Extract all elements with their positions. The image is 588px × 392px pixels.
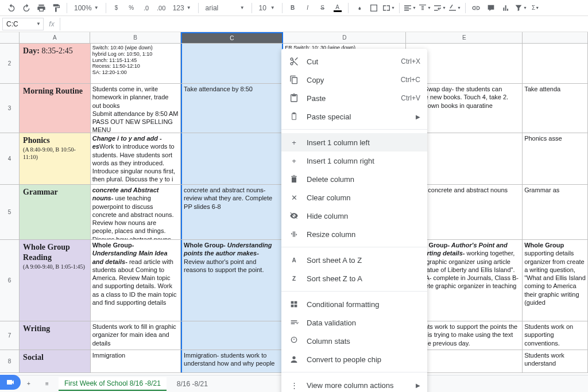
row-header[interactable]: 6 [0,240,20,321]
all-sheets-icon[interactable]: ≡ [40,377,54,391]
menu-sort-az[interactable]: ASort sheet A to Z [281,251,427,269]
cell[interactable]: Whole Group supporting details organizer… [523,240,588,321]
cell[interactable]: Grammar [20,185,91,239]
row-header[interactable]: 3 [0,84,20,133]
cell[interactable]: Take attendance by 8:50 [181,84,283,133]
cell[interactable]: Immigration [91,350,181,372]
rotate-icon[interactable]: ▼ [448,1,462,15]
font-dropdown[interactable]: arial▼ [202,4,248,12]
cell[interactable]: Change i to y and add -esWork to introdu… [91,133,181,184]
formula-row: C:C▼ fx [0,16,588,32]
redo-icon[interactable] [20,1,33,15]
menu-people-chip[interactable]: Convert to people chip [281,350,427,368]
cell[interactable] [523,44,588,83]
context-menu: CutCtrl+X CopyCtrl+C PasteCtrl+V Paste s… [281,49,427,392]
row-header[interactable]: 7 [0,321,20,350]
row-header[interactable]: 5 [0,185,20,239]
zoom-dropdown[interactable]: 100%▼ [71,4,102,12]
cell[interactable]: Students work on supporting conventions. [523,321,588,350]
menu-column-stats[interactable]: Column stats [281,332,427,350]
italic-icon[interactable]: I [301,1,315,15]
decrease-decimal-icon[interactable]: .0 [140,1,153,15]
menu-cut[interactable]: CutCtrl+X [281,52,427,71]
menu-conditional-format[interactable]: Conditional formatting [281,295,427,313]
functions-icon[interactable]: Σ▼ [529,1,543,15]
halign-icon[interactable]: ▼ [403,1,417,15]
add-sheet-icon[interactable]: + [22,377,36,391]
menu-paste[interactable]: PasteCtrl+V [281,89,427,107]
col-header-b[interactable]: B [90,32,180,43]
cell[interactable]: Whole Group- Understanding points the au… [181,240,283,321]
cell[interactable]: Grammar as [523,185,588,239]
chart-icon[interactable] [499,1,513,15]
menu-data-validation[interactable]: Data validation [281,313,427,332]
cell[interactable]: Morning Routine [20,84,91,133]
strikethrough-icon[interactable]: S [316,1,330,15]
wrap-icon[interactable]: ▼ [433,1,447,15]
menu-hide-col[interactable]: Hide column [281,207,427,225]
sheet-tab-other[interactable]: 8/16 -8/21 [171,378,214,390]
cell[interactable]: Phonics asse [523,133,588,184]
menu-insert-col-left[interactable]: +Insert 1 column left [281,133,427,152]
menu-clear-col[interactable]: ✕Clear column [281,188,427,207]
row-header[interactable]: 4 [0,133,20,184]
name-box[interactable]: C:C▼ [2,18,44,30]
column-headers: A B C D E [0,32,588,44]
menu-copy[interactable]: CopyCtrl+C [281,71,427,89]
cell[interactable]: Students come in, write homework in plan… [91,84,181,133]
cell[interactable] [181,321,283,350]
cell[interactable]: Whole Group- Understanding Main Idea and… [91,240,181,321]
row-header[interactable]: 2 [0,44,20,83]
cell[interactable]: concrete and Abstract nouns- use teachin… [91,185,181,239]
print-icon[interactable] [34,1,48,15]
bold-icon[interactable]: B [286,1,300,15]
formula-bar[interactable] [60,18,588,30]
fx-icon: fx [44,20,60,28]
col-header-d[interactable]: D [283,32,406,43]
cell[interactable] [181,133,283,184]
merge-icon[interactable]: ▼ [382,1,396,15]
more-formats-dropdown[interactable]: 123▼ [169,4,195,12]
cell[interactable]: Students work to fill in graphic organiz… [91,321,181,350]
meet-button[interactable] [0,375,21,390]
col-header-e[interactable]: E [406,32,523,43]
valign-icon[interactable]: ▼ [418,1,432,15]
filter-icon[interactable]: ▼ [514,1,528,15]
menu-resize-col[interactable]: Resize column [281,225,427,243]
cell[interactable]: Switch: 10:40 (wipe down)hybrid Log on: … [91,44,181,83]
cell[interactable] [181,44,283,83]
cell[interactable]: concrete and abstract nouns- review what… [181,185,283,239]
fill-color-icon[interactable] [352,1,366,15]
cell[interactable]: Students work understand [523,350,588,372]
col-header-f[interactable] [523,32,588,43]
percent-icon[interactable]: % [125,1,138,15]
paint-format-icon[interactable] [49,1,63,15]
cell[interactable]: Immigration- students work to understand… [181,350,283,372]
comment-icon[interactable] [484,1,498,15]
cell[interactable]: Writing [20,321,91,350]
toolbar: 100%▼ $ % .0 .00 123▼ arial▼ 10▼ B I S A… [0,0,588,16]
menu-paste-special[interactable]: Paste special▶ [281,107,427,126]
col-header-a[interactable]: A [20,32,90,43]
row-header[interactable]: 8 [0,350,20,372]
col-header-c[interactable]: C [181,32,283,43]
cell[interactable]: Social [20,350,91,372]
currency-icon[interactable]: $ [110,1,123,15]
menu-delete-col[interactable]: Delete column [281,170,427,188]
undo-icon[interactable] [5,1,18,15]
fontsize-dropdown[interactable]: 10▼ [256,4,278,12]
text-color-icon[interactable]: A [331,1,345,15]
borders-icon[interactable] [367,1,381,15]
link-icon[interactable] [469,1,483,15]
cell[interactable]: Take attenda [523,84,588,133]
increase-decimal-icon[interactable]: .00 [154,1,168,15]
cell[interactable]: Day: 8:35-2:45 [20,44,91,83]
cell[interactable]: Whole Group Reading(A 9:00-9:40, B 1:05-… [20,240,91,321]
cell[interactable]: Phonics(A 8:40-9:00, B 10:50-11:10) [20,133,91,184]
menu-insert-col-right[interactable]: +Insert 1 column right [281,152,427,170]
sheet-tab-active[interactable]: First Week of School 8/16 -8/21 [59,377,167,391]
select-all-corner[interactable] [0,32,20,43]
menu-more-actions[interactable]: ⋮View more column actions▶ [281,376,427,392]
menu-sort-za[interactable]: ZSort sheet Z to A [281,269,427,288]
